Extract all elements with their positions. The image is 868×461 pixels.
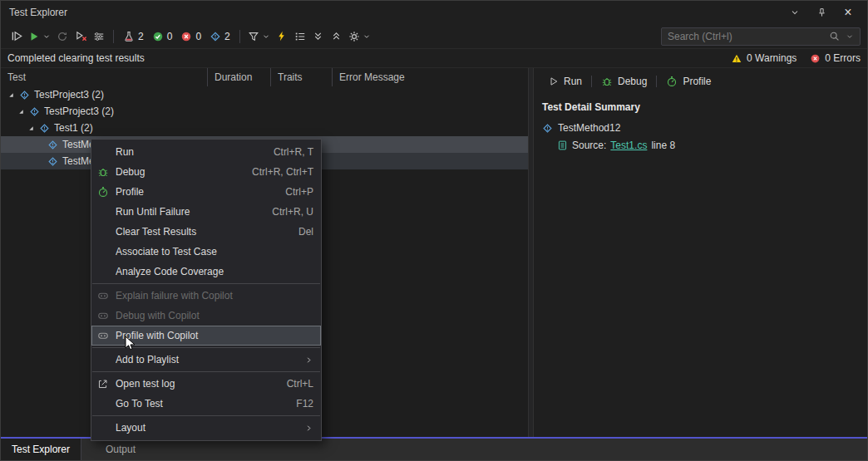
settings-sliders-icon <box>93 31 105 42</box>
gear-icon <box>348 31 360 42</box>
column-header-test[interactable]: Test <box>1 68 207 86</box>
menu-item-clear-test-results[interactable]: Clear Test Results Del <box>91 222 321 242</box>
not-run-diamond-icon <box>47 156 58 167</box>
status-bar: Completed clearing test results 0 Warnin… <box>1 49 867 68</box>
source-label: Source: <box>572 140 606 151</box>
flask-icon <box>123 31 135 42</box>
detail-toolbar-separator <box>656 76 657 87</box>
expander-icon[interactable] <box>7 91 15 99</box>
menu-item-debug[interactable]: Debug Ctrl+R, Ctrl+T <box>91 162 321 182</box>
collapse-all-button[interactable] <box>328 27 346 47</box>
run-all-icon <box>11 30 23 42</box>
not-run-diamond-icon <box>210 31 221 42</box>
menu-item-debug-with-copilot: Debug with Copilot <box>91 306 321 326</box>
badge-failed-tests[interactable]: 0 <box>176 27 205 47</box>
document-icon <box>557 140 568 151</box>
live-unit-testing-button[interactable] <box>273 27 291 47</box>
tree-row-class[interactable]: Test1 (2) <box>1 120 528 136</box>
detail-test-row[interactable]: TestMethod12 <box>542 122 859 134</box>
expand-all-button[interactable] <box>309 27 328 47</box>
copilot-icon <box>97 290 109 302</box>
failed-circle-x-icon <box>180 31 192 42</box>
filter-funnel-icon <box>248 31 259 42</box>
filter-button[interactable] <box>245 27 273 47</box>
tab-test-explorer[interactable]: Test Explorer <box>1 439 81 460</box>
column-header-traits[interactable]: Traits <box>270 68 332 86</box>
search-input[interactable] <box>668 31 823 42</box>
menu-item-run-until-failure[interactable]: Run Until Failure Ctrl+R, U <box>91 202 321 222</box>
detail-profile-button[interactable]: Profile <box>659 73 718 90</box>
run-all-tests-button[interactable] <box>7 27 26 47</box>
menu-item-open-test-log[interactable]: Open test log Ctrl+L <box>91 374 321 394</box>
chevron-down-icon <box>362 32 371 41</box>
tab-output[interactable]: Output <box>95 439 146 460</box>
detail-source-row: Source: Test1.cs line 8 <box>542 140 859 151</box>
search-icon[interactable] <box>829 31 840 42</box>
detail-toolbar: Run Debug Profile <box>542 73 859 90</box>
menu-item-associate-to-test-case[interactable]: Associate to Test Case <box>91 242 321 262</box>
context-menu: Run Ctrl+R, T Debug Ctrl+R, Ctrl+T Profi… <box>91 139 322 441</box>
panel-splitter[interactable] <box>528 68 534 437</box>
menu-item-go-to-test[interactable]: Go To Test F12 <box>91 394 321 414</box>
detail-debug-button[interactable]: Debug <box>594 73 653 90</box>
test-explorer-window: Test Explorer × 2 0 0 2 Completed <box>0 0 868 461</box>
detail-heading: Test Detail Summary <box>542 101 859 113</box>
settings-button[interactable] <box>346 27 373 47</box>
expander-icon[interactable] <box>27 125 35 132</box>
passed-circle-check-icon <box>152 31 164 42</box>
menu-separator <box>92 283 320 284</box>
copilot-icon <box>97 330 109 341</box>
errors-indicator: 0 Errors <box>810 52 861 64</box>
window-title: Test Explorer <box>9 7 67 18</box>
pin-button[interactable] <box>811 3 832 22</box>
window-position-button[interactable] <box>784 3 806 22</box>
test-run-settings-button[interactable] <box>90 27 108 47</box>
close-button[interactable]: × <box>837 3 859 22</box>
mouse-cursor <box>125 336 136 351</box>
column-header-duration[interactable]: Duration <box>207 68 270 86</box>
cancel-run-button[interactable] <box>72 27 90 47</box>
menu-item-explain-failure-with-copilot: Explain failure with Copilot <box>91 286 321 306</box>
not-run-diamond-icon <box>19 90 30 101</box>
menu-item-run[interactable]: Run Ctrl+R, T <box>91 142 321 162</box>
submenu-chevron-right-icon <box>304 356 313 365</box>
debug-icon <box>601 76 613 87</box>
pin-icon <box>816 7 827 18</box>
debug-icon <box>97 166 109 178</box>
run-button-toolbar[interactable] <box>26 27 53 47</box>
menu-separator <box>92 371 320 372</box>
submenu-chevron-right-icon <box>304 424 313 433</box>
chevron-down-icon <box>42 32 51 41</box>
tree-row-namespace[interactable]: TestProject3 (2) <box>1 103 528 120</box>
detail-toolbar-separator <box>591 76 592 87</box>
not-run-diamond-icon <box>29 106 40 117</box>
profile-gauge-icon <box>97 186 109 198</box>
chevron-down-icon[interactable] <box>846 32 854 41</box>
not-run-diamond-icon <box>39 123 50 134</box>
source-file-link[interactable]: Test1.cs <box>610 140 647 151</box>
tree-row-project[interactable]: TestProject3 (2) <box>1 86 528 103</box>
menu-item-add-to-playlist[interactable]: Add to Playlist <box>91 350 321 370</box>
badge-passed-tests[interactable]: 0 <box>148 27 177 47</box>
search-box[interactable] <box>661 27 861 46</box>
chevron-down-icon <box>262 32 270 41</box>
detail-test-name: TestMethod12 <box>558 122 620 134</box>
group-by-button[interactable] <box>291 27 309 47</box>
menu-item-layout[interactable]: Layout <box>91 418 321 438</box>
column-header-error-message[interactable]: Error Message <box>332 68 528 86</box>
badge-not-run-tests[interactable]: 2 <box>205 27 234 47</box>
badge-total-tests[interactable]: 2 <box>119 27 148 47</box>
open-log-icon <box>97 379 108 390</box>
expander-icon[interactable] <box>17 108 25 115</box>
menu-item-profile[interactable]: Profile Ctrl+P <box>91 182 321 202</box>
titlebar-controls: × <box>784 3 859 22</box>
status-counts: 0 Warnings 0 Errors <box>731 52 861 64</box>
repeat-last-run-button[interactable] <box>53 27 72 47</box>
lightning-icon <box>276 30 287 42</box>
bottom-tab-bar: Test Explorer Output <box>1 439 867 460</box>
detail-run-button[interactable]: Run <box>542 73 589 90</box>
menu-item-analyze-code-coverage[interactable]: Analyze Code Coverage <box>91 262 321 282</box>
profile-gauge-icon <box>666 76 678 87</box>
titlebar: Test Explorer × <box>1 1 867 24</box>
chevron-down-icon <box>790 7 800 17</box>
